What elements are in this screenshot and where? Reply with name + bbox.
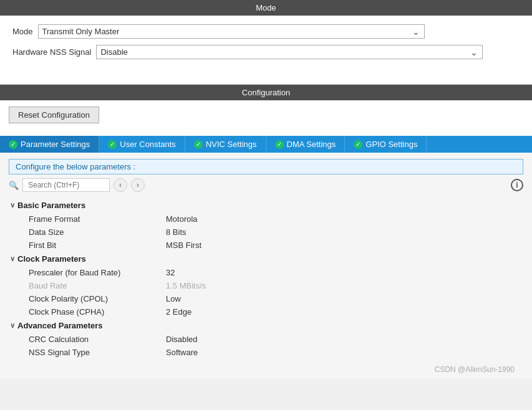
mode-section-header: Mode: [0, 0, 532, 16]
nss-select[interactable]: Disable Enable: [96, 45, 483, 59]
config-section-header: Configuration: [0, 85, 532, 100]
tab-nvic-settings[interactable]: ✓ NVIC Settings: [185, 136, 266, 153]
tab-dma-settings[interactable]: ✓ DMA Settings: [266, 136, 346, 153]
tab-user-constants[interactable]: ✓ User Constants: [99, 136, 185, 153]
param-name-cpha: Clock Phase (CPHA): [29, 307, 166, 317]
tab-check-icon-user: ✓: [108, 140, 117, 149]
mode-row: Mode Transmit Only Master Full-Duplex Ma…: [12, 24, 520, 39]
chevron-advanced: ∨: [10, 322, 15, 330]
search-icon: 🔍: [9, 181, 19, 190]
param-row-first-bit: First Bit MSB First: [9, 239, 523, 252]
tab-gpio-settings[interactable]: ✓ GPIO Settings: [345, 136, 427, 153]
param-row-prescaler: Prescaler (for Baud Rate) 32: [9, 266, 523, 279]
param-name-data-size: Data Size: [29, 227, 166, 237]
config-body: Reset Configuration: [0, 100, 532, 136]
watermark: CSDN @AllenSun-1990: [9, 360, 523, 376]
group-header-advanced[interactable]: ∨ Advanced Parameters: [9, 318, 523, 333]
search-bar: 🔍 ‹ › i: [9, 178, 523, 192]
prev-nav-button[interactable]: ‹: [114, 178, 127, 192]
group-header-basic[interactable]: ∨ Basic Parameters: [9, 198, 523, 212]
param-name-first-bit: First Bit: [29, 241, 166, 250]
param-value-nss-signal-type: Software: [166, 348, 198, 357]
param-row-nss-signal-type: NSS Signal Type Software: [9, 346, 523, 359]
nss-row: Hardware NSS Signal Disable Enable: [12, 45, 520, 59]
param-row-baud-rate: Baud Rate 1.5 MBits/s: [9, 279, 523, 292]
mode-select-wrapper[interactable]: Transmit Only Master Full-Duplex Master …: [38, 24, 425, 39]
tab-check-icon-parameter: ✓: [9, 140, 17, 149]
param-row-cpha: Clock Phase (CPHA) 2 Edge: [9, 305, 523, 318]
param-row-frame-format: Frame Format Motorola: [9, 212, 523, 226]
param-name-prescaler: Prescaler (for Baud Rate): [29, 268, 166, 277]
tab-check-icon-nvic: ✓: [194, 140, 203, 149]
nss-select-wrapper[interactable]: Disable Enable: [96, 45, 483, 59]
param-name-frame-format: Frame Format: [29, 214, 166, 224]
param-value-cpha: 2 Edge: [166, 307, 191, 317]
configure-label: Configure the below parameters :: [9, 159, 523, 174]
param-value-first-bit: MSB First: [166, 241, 201, 250]
chevron-clock: ∨: [10, 255, 15, 263]
param-name-cpol: Clock Polarity (CPOL): [29, 294, 166, 303]
param-name-nss-signal-type: NSS Signal Type: [29, 348, 166, 357]
tabs-bar: ✓ Parameter Settings ✓ User Constants ✓ …: [0, 136, 532, 153]
main-content: Configure the below parameters : 🔍 ‹ › i…: [0, 153, 532, 379]
param-name-crc: CRC Calculation: [29, 335, 166, 344]
nss-label: Hardware NSS Signal: [12, 47, 91, 57]
tab-parameter-settings[interactable]: ✓ Parameter Settings: [0, 136, 99, 153]
param-row-cpol: Clock Polarity (CPOL) Low: [9, 292, 523, 305]
tab-check-icon-dma: ✓: [275, 140, 284, 149]
param-row-crc: CRC Calculation Disabled: [9, 333, 523, 346]
param-value-frame-format: Motorola: [166, 214, 198, 224]
param-value-baud-rate: 1.5 MBits/s: [166, 281, 206, 290]
config-section: Configuration Reset Configuration ✓ Para…: [0, 85, 532, 379]
info-icon[interactable]: i: [511, 179, 523, 191]
chevron-basic: ∨: [10, 201, 15, 209]
tab-check-icon-gpio: ✓: [354, 140, 362, 149]
param-name-baud-rate: Baud Rate: [29, 281, 166, 290]
reset-configuration-button[interactable]: Reset Configuration: [9, 107, 99, 123]
mode-label: Mode: [12, 27, 33, 36]
mode-select[interactable]: Transmit Only Master Full-Duplex Master …: [38, 24, 425, 39]
search-input[interactable]: [22, 178, 110, 192]
mode-section: Mode Transmit Only Master Full-Duplex Ma…: [0, 16, 532, 85]
group-header-clock[interactable]: ∨ Clock Parameters: [9, 252, 523, 266]
param-value-data-size: 8 Bits: [166, 227, 186, 237]
param-value-cpol: Low: [166, 294, 181, 303]
param-value-crc: Disabled: [166, 335, 198, 344]
param-value-prescaler: 32: [166, 268, 175, 277]
param-row-data-size: Data Size 8 Bits: [9, 226, 523, 239]
next-nav-button[interactable]: ›: [131, 178, 145, 192]
params-section: ∨ Basic Parameters Frame Format Motorola…: [9, 197, 523, 360]
